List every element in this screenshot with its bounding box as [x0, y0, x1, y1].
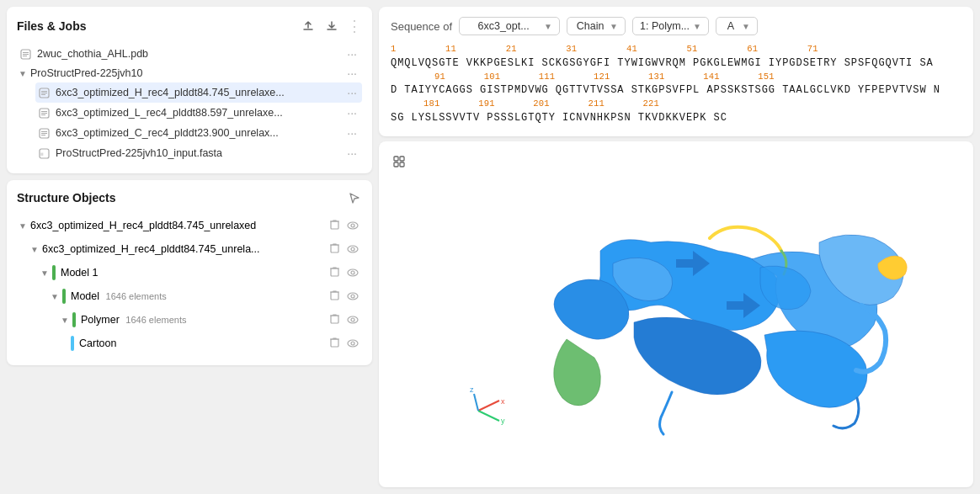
chainid-dropdown[interactable]: A ▼ [716, 17, 758, 35]
struct-color-polymer [72, 312, 76, 327]
struct-arrow-polymer: ▼ [61, 316, 72, 325]
seq-num-1: 1 11 21 31 41 51 61 71 [391, 44, 961, 56]
upload-button[interactable] [300, 18, 317, 35]
file-item-2wuc[interactable]: 2wuc_chothia_AHL.pdb ··· [17, 44, 362, 64]
svg-rect-37 [400, 157, 404, 161]
file-item-c[interactable]: 6xc3_optimized_C_rec4_plddt23.900_unrela… [35, 123, 362, 143]
svg-point-35 [351, 342, 354, 345]
struct-delete-polymer[interactable] [328, 313, 342, 327]
polymer-dropdown[interactable]: 1: Polym... ▼ [632, 17, 709, 35]
svg-line-41 [478, 411, 499, 421]
file-name-2wuc: 2wuc_chothia_AHL.pdb [37, 48, 344, 60]
seq-aa-1: QMQLVQSGTE VKKPGESLKI SCKGSGYGFI TYWIGWV… [391, 56, 961, 71]
struct-name-cartoon: Cartoon [79, 337, 328, 349]
struct-delete-cartoon[interactable] [328, 337, 342, 350]
svg-point-34 [348, 340, 358, 347]
folder-more-prostructpred[interactable]: ··· [344, 66, 360, 80]
file-icon-fasta: ≡ [37, 146, 51, 160]
files-subfolder: 6xc3_optimized_H_rec4_plddt84.745_unrela… [17, 82, 362, 163]
struct-arrow-1: ▼ [19, 221, 30, 231]
struct-delete-model-el[interactable] [328, 289, 342, 303]
files-jobs-header: Files & Jobs ⋮ [17, 17, 362, 35]
file-more-l[interactable]: ··· [344, 106, 360, 120]
svg-point-32 [351, 318, 354, 321]
svg-rect-33 [331, 339, 338, 347]
svg-point-19 [348, 222, 358, 229]
file-icon-l [37, 106, 51, 120]
cursor-icon-btn[interactable] [347, 190, 362, 205]
chain-dropdown-arrow: ▼ [610, 22, 618, 31]
file-more-fasta[interactable]: ··· [344, 146, 360, 160]
polymer-dropdown-text: 1: Polym... [640, 20, 690, 32]
protein-svg: x y z [432, 183, 920, 444]
chain-dropdown[interactable]: Chain ▼ [567, 17, 626, 35]
folder-arrow-prostructpred: ▼ [19, 69, 30, 78]
file-item-fasta[interactable]: ≡ ProStructPred-225jvh10_input.fasta ··· [35, 143, 362, 163]
file-item-h[interactable]: 6xc3_optimized_H_rec4_plddt84.745_unrela… [35, 82, 362, 103]
struct-color-cartoon [71, 336, 74, 351]
file-item-l[interactable]: 6xc3_optimized_L_rec4_plddt88.597_unrela… [35, 103, 362, 123]
struct-delete-2[interactable] [328, 242, 342, 256]
seq-block-3: 181 191 201 211 221 SG LYSLSSVVTV PSSSLG… [391, 98, 961, 125]
sequence-card: Sequence of 6xc3_opt... ▼ Chain ▼ 1: Pol… [379, 7, 973, 136]
file-icon-2wuc [19, 47, 32, 61]
file-icon-h [37, 86, 51, 99]
struct-actions-model-el [328, 289, 360, 303]
files-jobs-card: Files & Jobs ⋮ 2wuc_chothia [7, 7, 372, 173]
struct-row-2[interactable]: ▼ 6xc3_optimized_H_rec4_plddt84.745_unre… [17, 237, 362, 261]
svg-point-29 [351, 295, 354, 298]
struct-row-model1[interactable]: ▼ Model 1 [17, 261, 362, 284]
seq-num-2: 91 101 111 121 131 141 151 [391, 72, 961, 83]
download-button[interactable] [323, 18, 340, 35]
file-name-c: 6xc3_optimized_C_rec4_plddt23.900_unrela… [56, 127, 344, 139]
seq-label: Sequence of [391, 20, 452, 33]
struct-arrow-model-el: ▼ [51, 292, 62, 301]
struct-eye-polymer[interactable] [345, 314, 360, 327]
seq-block-2: 91 101 111 121 131 141 151 D TAIYYCAGGS … [391, 72, 961, 98]
struct-color-model-el [62, 289, 66, 304]
svg-text:x: x [501, 397, 505, 406]
file-dropdown-arrow: ▼ [544, 22, 552, 31]
svg-point-22 [348, 246, 358, 252]
struct-eye-1[interactable] [345, 220, 360, 232]
file-more-c[interactable]: ··· [344, 126, 360, 140]
seq-block-1: 1 11 21 31 41 51 61 71 QMQLVQSGTE VKKPGE… [391, 44, 961, 71]
svg-text:z: z [470, 385, 474, 394]
struct-actions-model1 [328, 266, 360, 279]
struct-delete-model1[interactable] [328, 266, 342, 279]
viewer-grid-btn[interactable] [387, 150, 411, 173]
struct-actions-2 [328, 242, 360, 256]
struct-eye-model-el[interactable] [345, 290, 360, 303]
file-dropdown-text: 6xc3_opt... [466, 20, 541, 32]
struct-delete-1[interactable] [328, 219, 342, 232]
file-more-2wuc[interactable]: ··· [344, 47, 360, 61]
seq-header: Sequence of 6xc3_opt... ▼ Chain ▼ 1: Pol… [391, 17, 961, 35]
svg-rect-21 [331, 245, 338, 252]
struct-arrow-model1: ▼ [40, 268, 52, 278]
viewer-toolbar [387, 150, 411, 173]
files-jobs-title: Files & Jobs [17, 19, 86, 33]
protein-3d-viewer[interactable]: x y z [379, 141, 973, 487]
chainid-dropdown-arrow: ▼ [742, 22, 750, 31]
struct-actions-polymer [328, 313, 360, 327]
struct-row-1[interactable]: ▼ 6xc3_optimized_H_rec4_plddt84.745_unre… [17, 214, 362, 237]
chain-dropdown-text: Chain [574, 20, 606, 32]
struct-row-polymer[interactable]: ▼ Polymer 1646 elements [17, 308, 362, 332]
struct-eye-2[interactable] [345, 243, 360, 256]
struct-count-model-el: 1646 elements [106, 291, 167, 301]
struct-row-cartoon[interactable]: Cartoon [17, 332, 362, 355]
svg-text:≡: ≡ [40, 151, 44, 157]
struct-row-model-el[interactable]: ▼ Model 1646 elements [17, 284, 362, 308]
file-more-h[interactable]: ··· [344, 86, 360, 99]
struct-name-model-el: Model 1646 elements [71, 290, 328, 302]
struct-eye-model1[interactable] [345, 267, 360, 279]
folder-prostructpred[interactable]: ▼ ProStructPred-225jvh10 ··· [17, 64, 362, 82]
struct-name-model1: Model 1 [61, 267, 328, 279]
struct-eye-cartoon[interactable] [345, 337, 360, 350]
right-panel: Sequence of 6xc3_opt... ▼ Chain ▼ 1: Pol… [379, 0, 980, 494]
svg-point-25 [348, 269, 358, 276]
file-name-fasta: ProStructPred-225jvh10_input.fasta [56, 147, 344, 159]
svg-point-28 [348, 293, 358, 300]
structure-objects-title: Structure Objects [17, 191, 115, 205]
file-dropdown[interactable]: 6xc3_opt... ▼ [459, 17, 560, 35]
